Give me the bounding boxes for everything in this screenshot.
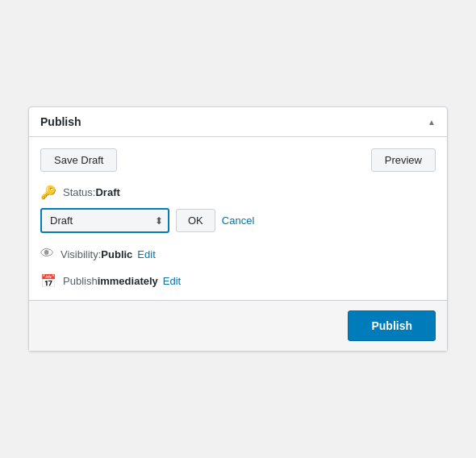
status-select-wrapper: Draft Pending Review ⬍ [40, 208, 169, 233]
visibility-label: Visibility: [61, 248, 101, 260]
cancel-link[interactable]: Cancel [222, 214, 254, 227]
publish-button[interactable]: Publish [348, 310, 436, 341]
visibility-value: Public [101, 248, 132, 260]
ok-button[interactable]: OK [176, 209, 215, 232]
status-value: Draft [95, 186, 119, 198]
status-label: Status: [63, 186, 95, 198]
save-draft-button[interactable]: Save Draft [40, 148, 117, 172]
visibility-row: 👁 Visibility: Public Edit [40, 246, 436, 262]
publish-date-edit-link[interactable]: Edit [163, 275, 181, 287]
draft-preview-row: Save Draft Preview [40, 148, 436, 172]
visibility-edit-link[interactable]: Edit [137, 248, 155, 260]
eye-icon: 👁 [40, 246, 54, 262]
publish-date-label: Publish [63, 275, 98, 287]
status-row: 🔑 Status: Draft [40, 185, 436, 200]
publish-widget: Publish ▲ Save Draft Preview 🔑 Status: D… [28, 106, 448, 352]
key-icon: 🔑 [40, 185, 56, 200]
widget-header: Publish ▲ [29, 107, 447, 137]
widget-body: Save Draft Preview 🔑 Status: Draft Draft… [29, 137, 447, 289]
publish-date-value: immediately [98, 275, 158, 287]
publish-date-row: 📅 Publish immediately Edit [40, 273, 436, 289]
status-select[interactable]: Draft Pending Review [40, 208, 169, 233]
widget-footer: Publish [29, 300, 447, 351]
status-select-row: Draft Pending Review ⬍ OK Cancel [40, 208, 436, 233]
widget-title: Publish [40, 115, 81, 128]
calendar-icon: 📅 [40, 273, 56, 289]
collapse-icon[interactable]: ▲ [428, 118, 436, 127]
preview-button[interactable]: Preview [371, 148, 436, 172]
